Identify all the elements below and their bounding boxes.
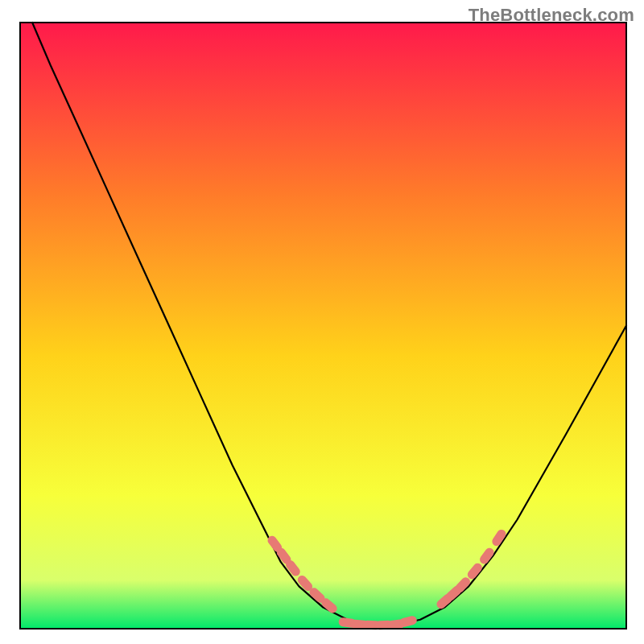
bottleneck-chart bbox=[0, 0, 644, 644]
chart-background bbox=[20, 23, 626, 629]
chart-stage: TheBottleneck.com bbox=[0, 0, 644, 644]
